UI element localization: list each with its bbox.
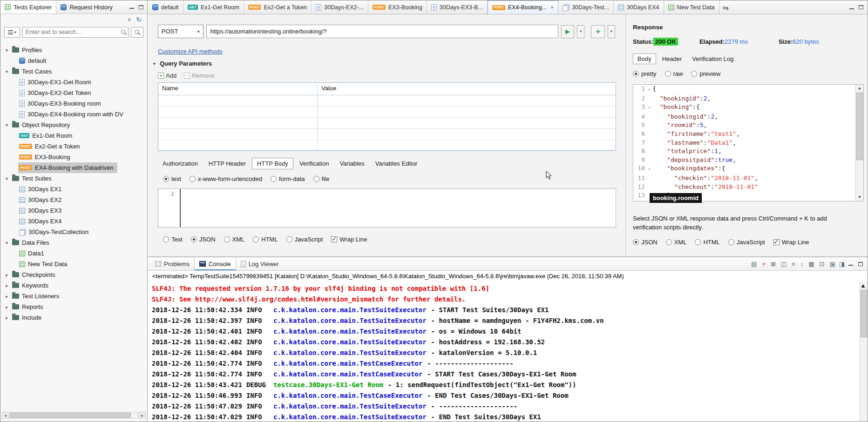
chevron-right-icon[interactable]: ▸	[4, 315, 9, 320]
chevron-down-icon[interactable]: ▾	[4, 176, 9, 181]
query-parameters-section-header[interactable]: ▾ Query Parameters	[152, 60, 212, 67]
radio-format-xml[interactable]	[666, 239, 672, 245]
wrap-line-checkbox[interactable]	[773, 239, 780, 245]
wrap-line-checkbox[interactable]	[331, 236, 337, 242]
value-cell[interactable]	[318, 118, 616, 128]
console-output[interactable]: SLF4J: The requested version 1.7.16 by y…	[148, 282, 860, 422]
tab-tests-explorer[interactable]: Tests Explorer	[0, 0, 56, 13]
radio-pretty[interactable]	[633, 71, 639, 77]
radio-format-xml[interactable]	[224, 236, 230, 242]
tab-overflow-chevron[interactable]: »5	[719, 0, 732, 14]
remove-launch-icon[interactable]: ⊠	[771, 261, 776, 268]
chevron-right-icon[interactable]: ▸	[4, 305, 9, 309]
scrollbar-track[interactable]	[9, 412, 138, 419]
name-cell[interactable]	[158, 129, 318, 140]
tab-ex1-get-room[interactable]: GETEx1-Get Room	[183, 0, 244, 14]
tab-new-test-data[interactable]: New Test Data	[664, 0, 719, 14]
radio-form-data[interactable]	[271, 176, 277, 182]
maximize-icon[interactable]	[139, 5, 143, 9]
name-cell[interactable]	[158, 118, 318, 128]
table-row[interactable]	[158, 140, 616, 151]
pin-console-icon[interactable]: ⊡	[819, 261, 824, 268]
tree-item-test-listeners[interactable]: ▸Test Listeners	[3, 291, 63, 301]
chevron-down-icon[interactable]: ▾	[152, 61, 157, 66]
response-body-viewer[interactable]: 1▾{ 2 "bookingid":2, 3▾ "booking":{ 4 "b…	[633, 84, 864, 201]
tab-30days-ex3[interactable]: 30Days-EX3-B...	[427, 0, 488, 14]
scroll-lock-icon[interactable]: ≡	[792, 261, 795, 268]
name-cell[interactable]	[158, 140, 318, 151]
chevron-down-icon[interactable]: ▾	[4, 241, 9, 245]
collapse-all-icon[interactable]: «	[126, 18, 133, 21]
radio-format-json[interactable]	[633, 239, 639, 245]
display-console-dropdown-icon[interactable]: ◨▾	[839, 261, 843, 268]
tree-item-checkpoints[interactable]: ▸Checkpoints	[3, 269, 59, 280]
show-stdout-icon[interactable]: ▦	[808, 261, 814, 268]
add-request-button[interactable]: +	[591, 25, 605, 38]
fold-icon[interactable]: ▾	[646, 165, 652, 174]
tree-item-data-files[interactable]: ▾Data Files	[3, 237, 53, 248]
run-dropdown-icon[interactable]: ▾	[577, 25, 584, 38]
tab-http-body[interactable]: HTTP Body	[252, 158, 293, 169]
table-row[interactable]	[158, 118, 616, 129]
minimize-icon[interactable]	[849, 6, 854, 9]
table-row[interactable]	[158, 107, 616, 118]
value-cell[interactable]	[318, 140, 616, 151]
tab-30days-ex4[interactable]: 30Days EX4	[614, 0, 664, 14]
tab-problems[interactable]: Problems	[150, 257, 194, 270]
search-filter-button[interactable]: ▾	[4, 27, 20, 38]
tree-item-request-selected[interactable]: POSTEX4-Booking with Datadriven	[18, 162, 117, 173]
scroll-up-icon[interactable]: ▲	[860, 282, 868, 289]
radio-text[interactable]	[163, 176, 169, 182]
terminate-icon[interactable]: ×	[762, 261, 766, 268]
name-cell[interactable]	[158, 107, 318, 117]
tree-item-testsuite[interactable]: 30Days EX3	[18, 205, 65, 216]
name-cell[interactable]	[158, 95, 318, 106]
radio-format-javascript[interactable]	[286, 236, 292, 242]
tree-item-keywords[interactable]: ▸Keywords	[3, 280, 52, 291]
scroll-down-icon[interactable]: ▼	[856, 194, 863, 201]
chevron-right-icon[interactable]: ▸	[4, 273, 9, 277]
fold-icon[interactable]: ▾	[646, 86, 652, 94]
tab-variables-editor[interactable]: Variables Editor	[371, 158, 422, 169]
scroll-left-icon[interactable]: ◂	[2, 412, 9, 419]
tree-item-object-repository[interactable]: ▾Object Repository	[3, 120, 74, 130]
tab-ex2-get-a-token[interactable]: POSTEx2-Get a Token	[244, 0, 312, 14]
tab-default-profile[interactable]: default	[148, 0, 183, 14]
tab-ex3-booking[interactable]: POSTEX3-Booking	[368, 0, 427, 14]
editor-content[interactable]	[180, 189, 616, 227]
tree-item-test-suites[interactable]: ▾Test Suites	[3, 173, 55, 184]
tab-verification[interactable]: Verification	[295, 158, 334, 169]
open-console-page-icon[interactable]: ▤	[751, 261, 757, 268]
tab-log-viewer[interactable]: Log Viewer	[236, 257, 284, 270]
scroll-right-icon[interactable]: ▸	[139, 412, 146, 419]
tab-30days-ex2[interactable]: 30Days-EX2-...	[312, 0, 368, 14]
tree-item-default-profile[interactable]: default	[18, 55, 50, 66]
chevron-down-icon[interactable]: ▾	[4, 69, 9, 74]
maximize-icon[interactable]	[859, 5, 863, 9]
scrollbar-thumb[interactable]	[10, 413, 131, 418]
word-wrap-icon[interactable]: ↕	[800, 261, 804, 268]
tree-item-datafile[interactable]: New Test Data	[18, 259, 71, 269]
tab-http-header[interactable]: HTTP Header	[204, 158, 251, 169]
table-row[interactable]	[158, 95, 616, 107]
advanced-search-button[interactable]	[131, 27, 143, 38]
customize-api-methods-link[interactable]: Customize API methods	[158, 48, 223, 55]
tab-console[interactable]: Console	[194, 257, 236, 270]
scrollbar-thumb[interactable]	[856, 93, 863, 160]
tree-item-testcase[interactable]: 30Days-EX2-Get Token	[18, 87, 95, 98]
clear-console-icon[interactable]: ◫	[781, 261, 787, 268]
request-body-editor[interactable]: 1	[158, 188, 616, 228]
open-console-dropdown-icon[interactable]: ▤▾	[829, 261, 834, 268]
tree-item-testcase[interactable]: 30Days-EX3-Booking room	[18, 98, 105, 109]
tree-item-testcase[interactable]: 30Days-EX1-Get Room	[18, 77, 95, 87]
tree-item-test-cases[interactable]: ▾Test Cases	[3, 66, 55, 77]
add-dropdown-icon[interactable]: ▾	[608, 25, 615, 38]
tree-item-testsuite[interactable]: 30Days EX4	[18, 216, 65, 227]
tab-authorization[interactable]: Authorization	[158, 158, 203, 169]
value-cell[interactable]	[318, 129, 616, 140]
minimize-icon[interactable]	[848, 262, 853, 266]
tab-ex4-booking-active[interactable]: POSTEX4-Booking...×	[488, 0, 558, 14]
search-icon[interactable]	[121, 29, 127, 35]
tree-item-request[interactable]: POSTEx2-Get a Token	[18, 141, 83, 152]
radio-raw[interactable]	[665, 71, 671, 77]
